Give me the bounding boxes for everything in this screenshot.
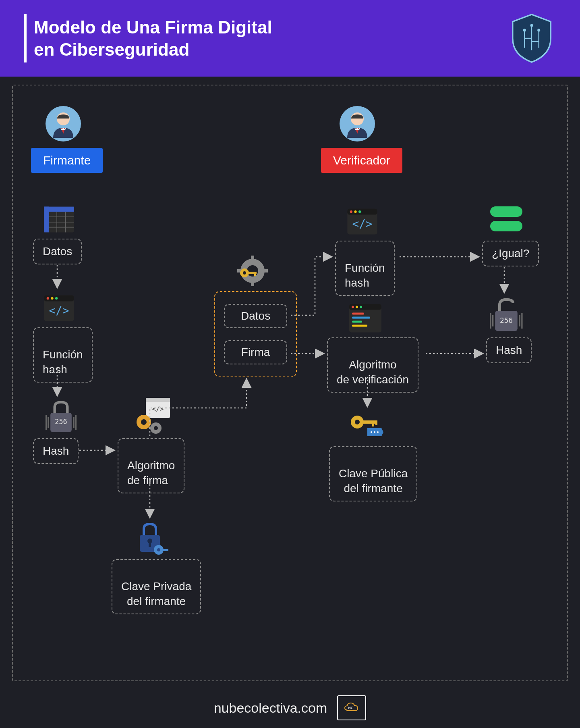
svg-text:NC: NC bbox=[348, 706, 354, 710]
arrows bbox=[13, 85, 567, 680]
shield-icon bbox=[508, 12, 556, 64]
footer-url: nubecolectiva.com bbox=[214, 700, 327, 716]
header-text: Modelo de Una Firma Digital en Cibersegu… bbox=[34, 16, 272, 60]
footer: nubecolectiva.com NC bbox=[0, 688, 580, 728]
header-accent-bar bbox=[24, 14, 27, 62]
diagram: Firmante Verificador Datos </> Funciónha… bbox=[12, 85, 568, 681]
title-line-2: en Ciberseguridad bbox=[34, 40, 189, 59]
title-line-1: Modelo de Una Firma Digital bbox=[34, 17, 272, 37]
svg-point-5 bbox=[537, 29, 540, 31]
header-title: Modelo de Una Firma Digital en Cibersegu… bbox=[24, 14, 272, 62]
svg-point-4 bbox=[523, 29, 526, 31]
footer-logo: NC bbox=[337, 695, 366, 720]
svg-point-3 bbox=[530, 24, 533, 27]
header: Modelo de Una Firma Digital en Cibersegu… bbox=[0, 0, 580, 77]
